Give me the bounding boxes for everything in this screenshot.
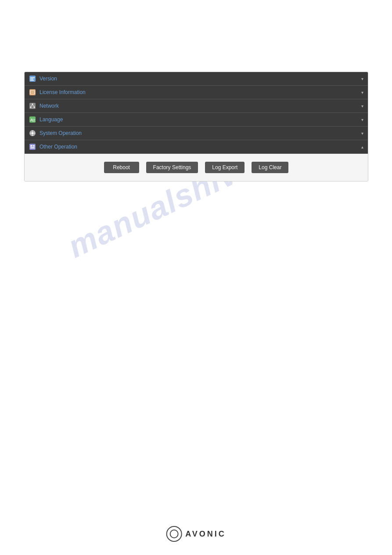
language-icon: A 文 <box>29 116 36 123</box>
svg-point-8 <box>32 104 33 105</box>
avonic-logo: AVONIC <box>166 526 226 542</box>
svg-point-17 <box>32 132 34 134</box>
network-label: Network <box>40 103 59 109</box>
accordion-item-license[interactable]: License Information ▾ <box>25 86 368 99</box>
network-chevron: ▾ <box>361 104 363 109</box>
svg-text:文: 文 <box>32 119 36 122</box>
version-icon <box>29 75 36 82</box>
svg-rect-21 <box>34 133 36 134</box>
svg-rect-22 <box>29 144 36 150</box>
main-panel: Version ▾ License Information ▾ <box>24 72 368 181</box>
system-label: System Operation <box>40 130 82 136</box>
svg-rect-24 <box>33 145 35 147</box>
logo-text: AVONIC <box>185 530 226 539</box>
svg-point-10 <box>34 107 35 108</box>
system-icon <box>29 130 36 137</box>
accordion-item-version[interactable]: Version ▾ <box>25 72 368 86</box>
other-chevron: ▴ <box>361 145 363 149</box>
svg-rect-19 <box>32 135 33 136</box>
factory-settings-button[interactable]: Factory Settings <box>146 162 198 173</box>
accordion-item-language[interactable]: A 文 Language ▾ <box>25 113 368 127</box>
page-container: manualshive.com Version ▾ <box>0 0 392 555</box>
svg-rect-1 <box>30 77 35 78</box>
svg-rect-3 <box>30 80 34 81</box>
accordion-left-network: Network <box>29 102 59 109</box>
log-clear-button[interactable]: Log Clear <box>252 162 288 173</box>
license-chevron: ▾ <box>361 90 363 95</box>
svg-rect-2 <box>30 79 33 80</box>
other-icon <box>29 143 36 150</box>
log-export-button[interactable]: Log Export <box>205 162 245 173</box>
logo-circle-icon <box>166 526 182 542</box>
reboot-button[interactable]: Reboot <box>104 162 139 173</box>
license-icon <box>29 89 36 96</box>
version-label: Version <box>40 76 57 82</box>
accordion-item-network[interactable]: Network ▾ <box>25 99 368 113</box>
accordion-left-version: Version <box>29 75 57 82</box>
language-label: Language <box>40 116 63 123</box>
svg-rect-23 <box>30 145 32 147</box>
language-chevron: ▾ <box>361 117 363 122</box>
license-label: License Information <box>40 89 86 95</box>
svg-rect-6 <box>31 92 34 92</box>
other-label: Other Operation <box>40 144 77 150</box>
svg-rect-18 <box>32 131 33 132</box>
svg-point-9 <box>30 107 32 108</box>
logo-inner-circle <box>169 530 178 538</box>
accordion-left-license: License Information <box>29 89 86 96</box>
accordion-left-system: System Operation <box>29 130 82 137</box>
version-chevron: ▾ <box>361 76 363 81</box>
accordion-left-other: Other Operation <box>29 143 77 150</box>
accordion-item-system-operation[interactable]: System Operation ▾ <box>25 127 368 140</box>
other-operation-content: Reboot Factory Settings Log Export Log C… <box>25 154 368 181</box>
svg-rect-20 <box>30 133 31 134</box>
accordion-left-language: A 文 Language <box>29 116 63 123</box>
svg-rect-25 <box>30 147 35 149</box>
system-chevron: ▾ <box>361 131 363 136</box>
network-icon <box>29 102 36 109</box>
accordion-item-other-operation[interactable]: Other Operation ▴ <box>25 140 368 154</box>
